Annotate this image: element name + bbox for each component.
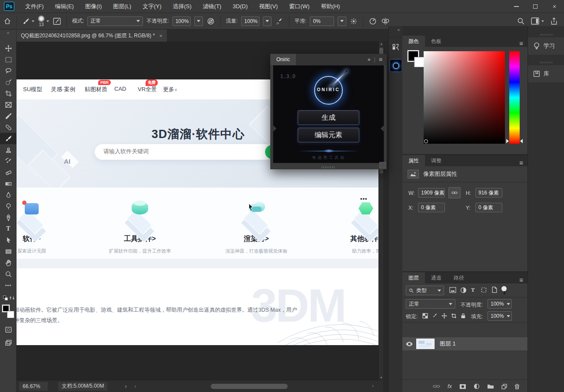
flow-caret[interactable]: [263, 16, 272, 26]
close-icon[interactable]: ×: [545, 0, 564, 13]
crop-tool[interactable]: [0, 88, 17, 99]
layer-name[interactable]: 图层 1: [440, 340, 456, 348]
airbrush-icon[interactable]: [275, 17, 284, 26]
blend-mode-select[interactable]: 正常: [406, 299, 455, 309]
new-layer-icon[interactable]: [501, 384, 507, 389]
pen-tool[interactable]: [0, 212, 17, 223]
scroll-down-icon[interactable]: ▼: [379, 376, 383, 379]
quick-selection-tool[interactable]: [0, 76, 17, 88]
collapse-panel-icon[interactable]: »: [368, 56, 371, 63]
color-background-swatch[interactable]: [415, 57, 424, 67]
layer-visibility-icon[interactable]: [402, 342, 416, 346]
menu-edit[interactable]: 编辑(E): [50, 0, 80, 13]
lock-pixels-icon[interactable]: [430, 312, 439, 320]
maximize-icon[interactable]: [526, 0, 545, 13]
lock-transparency-icon[interactable]: [421, 312, 429, 320]
spot-healing-brush-tool[interactable]: [0, 122, 17, 133]
search-icon[interactable]: [517, 17, 525, 25]
lock-all-icon[interactable]: [459, 312, 468, 320]
y-field[interactable]: 0 像素: [475, 203, 502, 212]
new-group-icon[interactable]: [487, 384, 494, 389]
menu-filter[interactable]: 滤镜(T): [197, 0, 227, 13]
foreground-background-colors[interactable]: [0, 304, 17, 322]
workspace-switcher[interactable]: [531, 17, 544, 25]
tab-channels[interactable]: 通道: [425, 272, 448, 283]
filter-type-icon[interactable]: T: [471, 287, 475, 293]
path-selection-tool[interactable]: [0, 234, 17, 246]
menu-select[interactable]: 选择(S): [167, 0, 197, 13]
hscroll-right-icon[interactable]: ›: [372, 383, 374, 389]
collapse-tools-icon[interactable]: »: [0, 30, 16, 36]
eraser-tool[interactable]: [0, 167, 17, 178]
hue-slider-right-icon[interactable]: [520, 139, 523, 143]
dodge-tool[interactable]: [0, 201, 17, 212]
share-icon[interactable]: [550, 17, 558, 25]
learn-panel-button[interactable]: 学习: [528, 37, 564, 55]
filter-pixel-icon[interactable]: [449, 287, 456, 293]
panel-grip[interactable]: [322, 166, 335, 168]
hue-strip[interactable]: [509, 51, 520, 144]
hand-tool[interactable]: [0, 257, 17, 268]
menu-layer[interactable]: 图层(L): [107, 0, 137, 13]
panel-menu-icon[interactable]: ≡: [515, 276, 528, 283]
smoothing-caret[interactable]: [338, 16, 346, 26]
swap-colors-icon[interactable]: [0, 294, 17, 302]
layer-effects-icon[interactable]: fx: [448, 383, 452, 390]
lasso-tool[interactable]: [0, 65, 17, 76]
brush-tool[interactable]: [0, 133, 17, 144]
menu-image[interactable]: 图像(I): [80, 0, 107, 13]
filter-shape-icon[interactable]: [481, 287, 487, 293]
filter-adjustment-icon[interactable]: [460, 287, 467, 293]
move-tool[interactable]: [0, 43, 17, 54]
layer-thumbnail[interactable]: [416, 339, 435, 349]
width-field[interactable]: 1909 像素: [418, 188, 445, 198]
opacity-field[interactable]: 100%: [173, 16, 191, 26]
pressure-opacity-icon[interactable]: [206, 17, 215, 26]
filter-smart-object-icon[interactable]: [491, 287, 497, 293]
lock-position-icon[interactable]: [440, 312, 448, 320]
color-picker-cursor[interactable]: [424, 139, 428, 143]
filter-toggle-icon[interactable]: [501, 286, 508, 295]
edit-elements-button[interactable]: 编辑元素: [298, 128, 359, 142]
oniric-plugin-icon[interactable]: [389, 58, 403, 73]
gradient-tool[interactable]: [0, 178, 17, 189]
status-expand-icon[interactable]: ›: [125, 383, 126, 389]
flow-field[interactable]: 100%: [241, 16, 259, 26]
quick-mask-icon[interactable]: [0, 324, 17, 335]
layer-filter-select[interactable]: 类型: [406, 286, 444, 295]
color-saturation-gradient[interactable]: [424, 51, 505, 144]
x-field[interactable]: 0 像素: [418, 203, 445, 212]
panel-menu-icon[interactable]: ≡: [515, 159, 528, 166]
gear-icon[interactable]: [350, 17, 358, 25]
panel-resize-grip[interactable]: [379, 162, 386, 168]
menu-view[interactable]: 视图(V): [253, 0, 283, 13]
height-field[interactable]: 916 像素: [475, 188, 502, 198]
zoom-level-field[interactable]: 66.67%: [19, 382, 48, 391]
tab-properties[interactable]: 属性: [402, 155, 425, 166]
rectangle-tool[interactable]: [0, 246, 17, 257]
tab-layers[interactable]: 图层: [402, 272, 425, 283]
adjustment-layer-icon[interactable]: [474, 383, 480, 389]
expand-dock-icon[interactable]: «: [389, 26, 402, 33]
frame-tool[interactable]: [0, 99, 17, 110]
opacity-caret[interactable]: [194, 16, 203, 26]
oniric-tab[interactable]: Oniric: [270, 54, 296, 65]
menu-file[interactable]: 文件(F): [20, 0, 50, 13]
smoothing-field[interactable]: 0%: [310, 16, 334, 26]
tab-swatches[interactable]: 色板: [425, 36, 448, 47]
generate-button[interactable]: 生成: [298, 110, 359, 125]
menu-type[interactable]: 文字(Y): [137, 0, 167, 13]
hscroll-thumb[interactable]: [211, 384, 288, 389]
tab-adjustments[interactable]: 调整: [425, 155, 448, 166]
zoom-tool[interactable]: [0, 268, 17, 280]
layers-opacity-field[interactable]: 100%: [488, 299, 512, 309]
toggle-brush-panel-icon[interactable]: [53, 17, 61, 26]
history-brush-tool[interactable]: [0, 155, 17, 167]
rectangular-marquee-tool[interactable]: [0, 54, 17, 65]
panel-menu-icon[interactable]: ≡: [379, 56, 382, 63]
pressure-size-icon[interactable]: [368, 17, 377, 26]
fill-field[interactable]: 100%: [488, 311, 512, 321]
panel-menu-icon[interactable]: ≡: [515, 40, 528, 47]
menu-3d[interactable]: 3D(D): [227, 0, 253, 13]
menu-help[interactable]: 帮助(H): [315, 0, 345, 13]
